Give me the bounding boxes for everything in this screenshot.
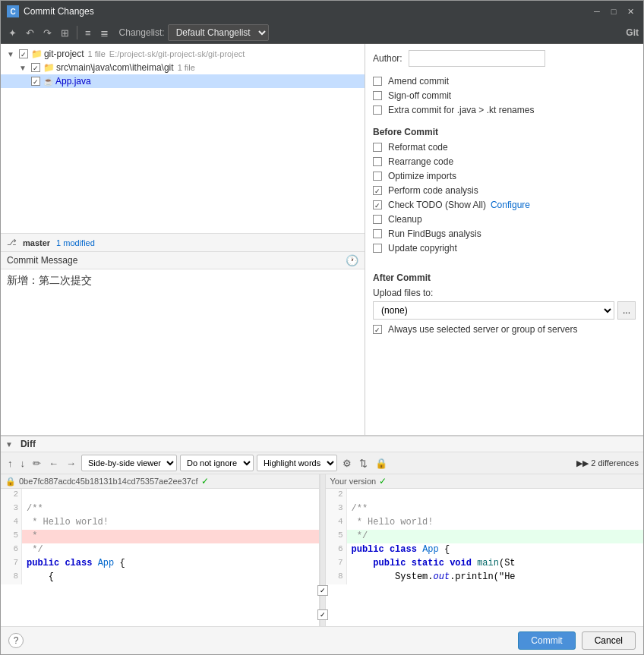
upload-more-button[interactable]: ... [617, 301, 636, 320]
check-todo-checkbox[interactable] [373, 200, 382, 209]
diff-line: 7 public class App { [1, 557, 319, 571]
diff-down-button[interactable]: ↓ [18, 457, 28, 470]
project-label: git-project [44, 49, 84, 59]
close-button[interactable]: ✕ [623, 5, 637, 18]
signoff-commit-label: Sign-off commit [388, 90, 451, 101]
amend-commit-label: Amend commit [388, 76, 449, 87]
diff-lock-button[interactable]: 🔒 [373, 457, 390, 470]
expand-button[interactable]: ≡ [82, 26, 94, 40]
title-bar: C Commit Changes ─ □ ✕ [1, 1, 643, 22]
project-path: E:/project-sk/git-project-sk/git-project [109, 49, 245, 58]
folder-icon-project: 📁 [31, 49, 43, 59]
perform-checkbox[interactable] [373, 186, 382, 195]
checkbox-project[interactable] [19, 49, 28, 58]
clock-icon[interactable]: 🕐 [346, 254, 358, 266]
viewer-dropdown[interactable]: Side-by-side viewer [81, 455, 177, 471]
collapse-button[interactable]: ≣ [97, 26, 112, 40]
diff-right-pane: Your version ✓ 2 3 /** 4 * Hello world! [326, 474, 644, 626]
author-row: Author: [373, 50, 636, 67]
collapse-arrow-src[interactable]: ▼ [19, 64, 27, 72]
diff-options-button[interactable]: ⚙ [340, 457, 354, 470]
main-window: C Commit Changes ─ □ ✕ ✦ ↶ ↷ ⊞ ≡ ≣ Chang… [0, 0, 644, 655]
checkbox-appjava[interactable] [31, 77, 40, 86]
rearrange-checkbox[interactable] [373, 157, 382, 166]
always-use-row: Always use selected server or group of s… [373, 324, 636, 335]
extra-commit-checkbox[interactable] [373, 105, 382, 115]
commit-message-label: Commit Message [7, 255, 77, 266]
after-commit-title: After Commit [373, 272, 636, 283]
tree-item-src[interactable]: ▼ 📁 src\main\java\com\itheima\git 1 file [1, 61, 365, 74]
lock-icon: 🔒 [5, 477, 16, 487]
always-use-checkbox[interactable] [373, 325, 382, 334]
minimize-button[interactable]: ─ [590, 5, 604, 18]
checkbox-src[interactable] [31, 63, 40, 72]
optimize-row: Optimize imports [373, 171, 636, 181]
changelist-label: Changelist: [119, 27, 165, 38]
highlight-dropdown[interactable]: Highlight words [257, 455, 337, 471]
project-badge: 1 file [88, 49, 106, 58]
commit-message-section: Commit Message 🕐 新增：第二次提交 [1, 251, 365, 435]
signoff-commit-checkbox[interactable] [373, 91, 382, 100]
diff-header: ▼ Diff [1, 436, 643, 452]
copyright-label: Update copyright [388, 243, 457, 253]
diff-line: 2 [326, 489, 644, 502]
collapse-arrow-diff[interactable]: ▼ [5, 440, 13, 449]
tree-item-project[interactable]: ▼ 📁 git-project 1 file E:/project-sk/git… [1, 47, 365, 61]
diff-back-button[interactable]: ← [46, 457, 61, 470]
upload-dropdown[interactable]: (none) [373, 301, 614, 320]
bottom-bar: ? Commit Cancel [1, 626, 643, 654]
cleanup-checkbox[interactable] [373, 215, 382, 224]
upload-label: Upload files to: [373, 288, 636, 298]
modified-badge: 1 modified [56, 238, 95, 247]
findbugs-checkbox[interactable] [373, 229, 382, 238]
window-controls: ─ □ ✕ [590, 5, 637, 18]
diff-forward-button[interactable]: → [64, 457, 78, 470]
after-commit-section: After Commit Upload files to: (none) ...… [373, 265, 636, 339]
commit-button[interactable]: Commit [518, 631, 575, 650]
diff-right-content: 2 3 /** 4 * Hello world! 5 */ [326, 489, 644, 626]
diff-edit-button[interactable]: ✏ [30, 457, 43, 470]
diff-left-content: 2 3 /** 4 * Hello world! 5 * [1, 489, 319, 626]
author-input[interactable] [409, 50, 545, 67]
group-button[interactable]: ⊞ [58, 26, 72, 40]
amend-commit-checkbox[interactable] [373, 77, 382, 86]
reformat-label: Reformat code [388, 142, 448, 153]
main-content: ▼ 📁 git-project 1 file E:/project-sk/git… [1, 44, 643, 435]
diff-left-hash: 0be7fc887acdc45b18131b14cd75357ae2ee37cf [19, 477, 198, 486]
diff-line: 3 /** [1, 502, 319, 516]
reformat-checkbox[interactable] [373, 143, 382, 152]
maximize-button[interactable]: □ [607, 5, 620, 18]
diff-line-add: 5 */ [326, 530, 644, 543]
commit-message-input[interactable]: 新增：第二次提交 [1, 269, 365, 435]
diff-up-button[interactable]: ↑ [5, 457, 15, 470]
help-button[interactable]: ? [8, 633, 24, 648]
window-title: Commit Changes [24, 6, 94, 17]
diff-line: 7 public static void main(St [326, 557, 644, 571]
folder-icon-src: 📁 [43, 62, 55, 73]
diff-right-label: Your version [330, 477, 377, 486]
cleanup-label: Cleanup [388, 214, 422, 225]
diff-left-check: ✓ [201, 476, 209, 487]
collapse-arrow-project[interactable]: ▼ [7, 50, 14, 58]
branch-icon: ⎇ [7, 238, 17, 247]
diff-differences: ▶▶ 2 differences [576, 458, 639, 468]
tree-item-appjava[interactable]: ☕ App.java [1, 74, 365, 88]
src-label: src\main\java\com\itheima\git [56, 62, 174, 73]
diff-sync-button[interactable]: ⇅ [357, 457, 370, 470]
cancel-button[interactable]: Cancel [582, 631, 636, 650]
ignore-dropdown[interactable]: Do not ignore [180, 455, 254, 471]
amend-commit-row: Amend commit [373, 76, 636, 87]
diff-line: 6 */ [1, 543, 319, 557]
redo-button[interactable]: ↷ [40, 26, 55, 40]
diff-separator: ✓ ✓ [320, 474, 326, 626]
undo-button[interactable]: ↶ [23, 26, 37, 40]
configure-link[interactable]: Configure [491, 200, 530, 210]
cleanup-row: Cleanup [373, 214, 636, 225]
changelist-dropdown[interactable]: Default Changelist [168, 24, 269, 41]
rearrange-label: Rearrange code [388, 156, 453, 167]
check-todo-row: Check TODO (Show All) Configure [373, 200, 636, 210]
add-button[interactable]: ✦ [5, 26, 20, 40]
diff-toolbar: ↑ ↓ ✏ ← → Side-by-side viewer Do not ign… [1, 452, 643, 474]
copyright-checkbox[interactable] [373, 244, 382, 253]
optimize-checkbox[interactable] [373, 172, 382, 181]
